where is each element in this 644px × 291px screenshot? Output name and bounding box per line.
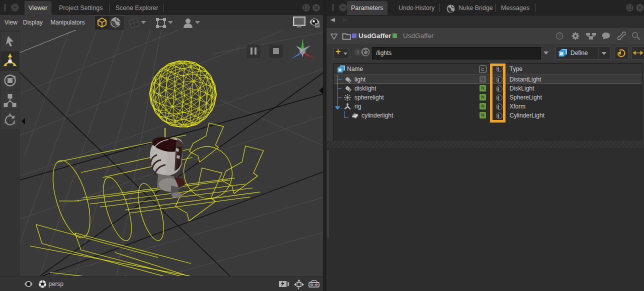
svg-text:?: ? [356, 50, 359, 55]
svg-text:?: ? [558, 34, 560, 38]
